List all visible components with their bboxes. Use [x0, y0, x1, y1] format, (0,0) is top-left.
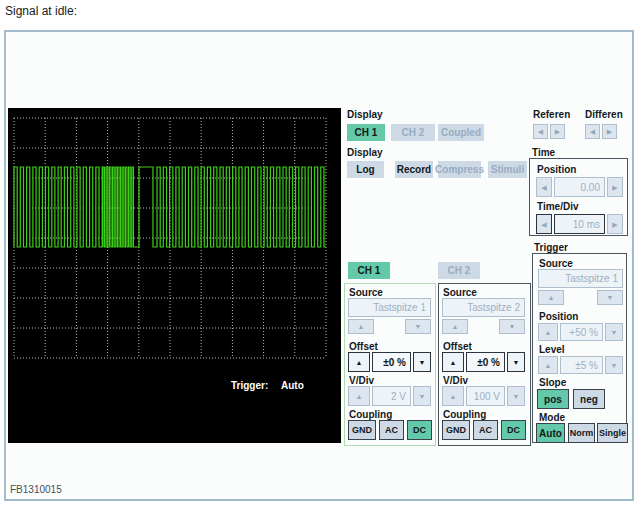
ch2-offset-label: Offset [443, 341, 472, 352]
record-button[interactable]: Record [395, 161, 433, 178]
ch2-vdiv-value[interactable]: 100 V [466, 386, 505, 406]
trigger-position-label: Position [539, 311, 578, 322]
ch2-dc-button[interactable]: DC [501, 420, 526, 440]
down-arrow-icon: ▼ [513, 393, 520, 400]
down-arrow-icon: ▼ [415, 323, 422, 330]
ch1-offset-label: Offset [349, 341, 378, 352]
down-arrow-icon: ▼ [513, 359, 520, 366]
stimuli-button[interactable]: Stimuli [488, 161, 527, 178]
ch1-offset-down-button[interactable]: ▼ [413, 352, 431, 372]
trigger-status-label: Trigger: [231, 380, 268, 391]
ch2-offset-down-button[interactable]: ▼ [507, 352, 525, 372]
ch1-ac-button[interactable]: AC [379, 420, 404, 440]
trigger-level-label: Level [539, 344, 565, 355]
page: Signal at idle: Trigger: Auto Display CH… [0, 0, 641, 507]
down-arrow-icon: ▼ [607, 294, 614, 301]
ch2-tab[interactable]: CH 2 [438, 262, 480, 279]
reference-label: Referen [533, 109, 570, 120]
ch1-panel: Source Tastspitze 1 ▲ ▼ Offset ▲ ±0 % ▼ … [344, 283, 436, 446]
mode-auto-button[interactable]: Auto [536, 423, 565, 443]
time-position-label: Position [537, 164, 576, 175]
log-button[interactable]: Log [347, 161, 384, 178]
timediv-left-button[interactable]: ◀ [536, 214, 552, 234]
down-arrow-icon: ▼ [611, 329, 618, 336]
down-arrow-icon: ▼ [611, 362, 618, 369]
display-modes-label: Display [347, 147, 383, 158]
trigger-source-down-button[interactable]: ▼ [597, 290, 623, 305]
time-position-left-button[interactable]: ◀ [536, 177, 552, 197]
ch2-vdiv-down-button[interactable]: ▼ [507, 386, 525, 406]
display-coupled-button[interactable]: Coupled [438, 124, 484, 141]
mode-single-button[interactable]: Single [597, 423, 628, 443]
scope-display: Trigger: Auto [8, 108, 341, 443]
trigger-source-up-button[interactable]: ▲ [538, 290, 564, 305]
ch1-offset-value[interactable]: ±0 % [372, 352, 411, 372]
ch2-source-down-button[interactable]: ▼ [499, 319, 525, 334]
up-arrow-icon: ▲ [545, 329, 552, 336]
right-arrow-icon: ▶ [612, 184, 617, 191]
reference-prev-button[interactable]: ◀ [533, 124, 548, 139]
time-label: Time [532, 147, 555, 158]
ch1-vdiv-value[interactable]: 2 V [372, 386, 411, 406]
trigger-source-value[interactable]: Tastspitze 1 [538, 269, 623, 288]
ch2-vdiv-label: V/Div [443, 375, 468, 386]
difference-prev-button[interactable]: ◀ [585, 124, 600, 139]
up-arrow-icon: ▲ [358, 323, 365, 330]
ch2-gnd-button[interactable]: GND [442, 420, 470, 440]
ch1-vdiv-up-button[interactable]: ▲ [348, 386, 370, 406]
difference-next-button[interactable]: ▶ [602, 124, 617, 139]
slope-pos-button[interactable]: pos [537, 389, 569, 409]
down-arrow-icon: ▼ [419, 393, 426, 400]
trigger-level-value[interactable]: ±5 % [560, 356, 603, 374]
ch2-offset-up-button[interactable]: ▲ [442, 352, 464, 372]
display-channels-label: Display [347, 109, 383, 120]
trigger-slope-label: Slope [539, 377, 566, 388]
right-arrow-icon: ▶ [607, 128, 612, 135]
trigger-position-up-button[interactable]: ▲ [538, 323, 558, 341]
reference-next-button[interactable]: ▶ [550, 124, 565, 139]
up-arrow-icon: ▲ [450, 393, 457, 400]
ch2-offset-value[interactable]: ±0 % [466, 352, 505, 372]
timediv-right-button[interactable]: ▶ [607, 214, 623, 234]
trigger-label: Trigger [534, 242, 568, 253]
ch2-ac-button[interactable]: AC [473, 420, 498, 440]
left-arrow-icon: ◀ [541, 221, 546, 228]
trigger-panel: Source Tastspitze 1 ▲ ▼ Position ▲ +50 %… [532, 253, 627, 443]
compress-button[interactable]: Compress [438, 161, 481, 178]
ch1-coupling-label: Coupling [349, 409, 392, 420]
page-title: Signal at idle: [5, 4, 77, 18]
ch1-gnd-button[interactable]: GND [348, 420, 376, 440]
ch2-source-value[interactable]: Tastspitze 2 [442, 298, 525, 317]
time-position-value[interactable]: 0,00 [554, 177, 605, 197]
ch1-source-down-button[interactable]: ▼ [405, 319, 431, 334]
slope-neg-button[interactable]: neg [573, 389, 605, 409]
trigger-source-label: Source [539, 258, 573, 269]
difference-label: Differen [585, 109, 623, 120]
timediv-value[interactable]: 10 ms [554, 214, 605, 234]
ch2-vdiv-up-button[interactable]: ▲ [442, 386, 464, 406]
ch1-dc-button[interactable]: DC [407, 420, 432, 440]
trigger-position-down-button[interactable]: ▼ [605, 323, 623, 341]
ch1-vdiv-down-button[interactable]: ▼ [413, 386, 431, 406]
ch1-tab[interactable]: CH 1 [348, 262, 390, 279]
ch2-source-up-button[interactable]: ▲ [442, 319, 468, 334]
left-arrow-icon: ◀ [538, 128, 543, 135]
mode-norm-button[interactable]: Norm [568, 423, 595, 443]
up-arrow-icon: ▲ [545, 362, 552, 369]
time-position-right-button[interactable]: ▶ [607, 177, 623, 197]
trigger-level-down-button[interactable]: ▼ [605, 356, 623, 374]
trigger-level-up-button[interactable]: ▲ [538, 356, 558, 374]
trigger-position-value[interactable]: +50 % [560, 323, 603, 341]
instrument-window: Trigger: Auto Display CH 1 CH 2 Coupled … [4, 30, 634, 501]
display-ch2-button[interactable]: CH 2 [391, 124, 435, 141]
ch1-source-label: Source [349, 287, 383, 298]
ch1-source-up-button[interactable]: ▲ [348, 319, 374, 334]
right-arrow-icon: ▶ [612, 221, 617, 228]
display-ch1-button[interactable]: CH 1 [347, 124, 385, 141]
up-arrow-icon: ▲ [450, 359, 457, 366]
up-arrow-icon: ▲ [356, 359, 363, 366]
scope-svg [8, 108, 341, 443]
ch1-offset-up-button[interactable]: ▲ [348, 352, 370, 372]
trigger-status-value: Auto [281, 380, 304, 391]
ch1-source-value[interactable]: Tastspitze 1 [348, 298, 431, 317]
